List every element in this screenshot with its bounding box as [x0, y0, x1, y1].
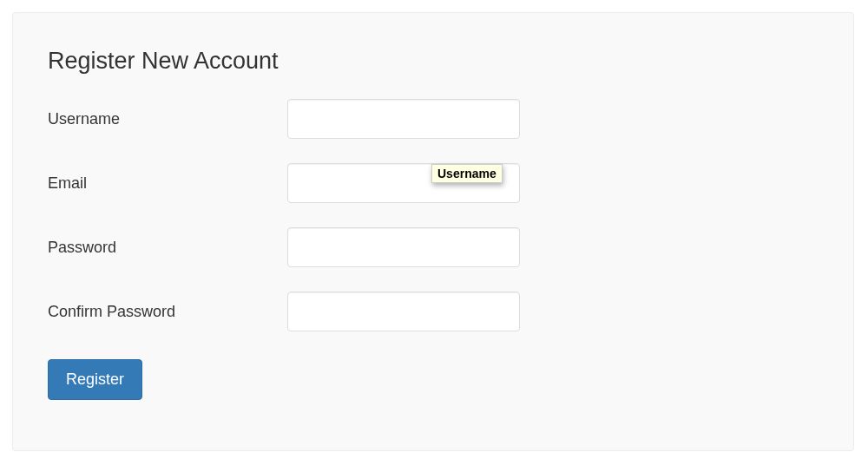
confirm-password-input[interactable] — [287, 292, 520, 331]
form-group-password: Password — [48, 227, 819, 267]
form-title: Register New Account — [48, 48, 819, 75]
confirm-password-label: Confirm Password — [48, 296, 287, 328]
username-input[interactable] — [287, 99, 520, 139]
form-group-username: Username — [48, 99, 819, 139]
password-label: Password — [48, 232, 287, 264]
tooltip: Username — [431, 164, 503, 183]
form-group-confirm-password: Confirm Password — [48, 292, 819, 331]
register-panel: Register New Account Username Email Pass… — [12, 12, 854, 451]
register-button[interactable]: Register — [48, 359, 142, 400]
email-label: Email — [48, 167, 287, 200]
username-label: Username — [48, 103, 287, 135]
password-input[interactable] — [287, 227, 520, 267]
